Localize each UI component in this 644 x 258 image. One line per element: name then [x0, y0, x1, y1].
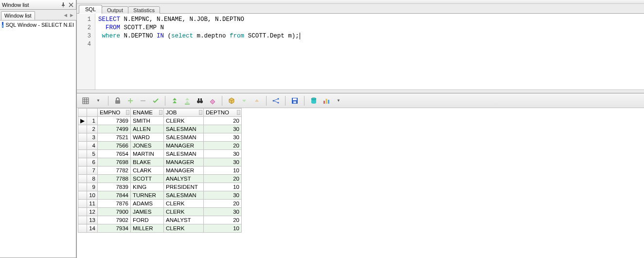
row-number[interactable]: 9: [87, 183, 98, 191]
row-number[interactable]: 3: [87, 133, 98, 142]
row-number[interactable]: 8: [87, 175, 98, 183]
cell-job[interactable]: SALESMAN: [164, 150, 204, 158]
plus-icon[interactable]: [125, 95, 136, 106]
row-number[interactable]: 5: [87, 150, 98, 158]
row-indicator[interactable]: [78, 133, 87, 142]
cell-empno[interactable]: 7839: [98, 183, 131, 191]
cell-job[interactable]: SALESMAN: [164, 191, 204, 200]
cell-deptno[interactable]: 20: [204, 142, 242, 150]
row-number[interactable]: 1: [87, 117, 98, 125]
cell-job[interactable]: MANAGER: [164, 158, 204, 166]
code-line[interactable]: FROM SCOTT.EMP N: [98, 24, 641, 32]
fetch-all-icon[interactable]: [182, 95, 193, 106]
table-row[interactable]: 147934MILLERCLERK10: [78, 224, 242, 233]
cell-ename[interactable]: WARD: [131, 133, 164, 142]
table-row[interactable]: 117876ADAMSCLERK20: [78, 200, 242, 208]
table-row[interactable]: ▶17369SMITHCLERK20: [78, 117, 242, 125]
close-icon[interactable]: [68, 2, 74, 8]
code-line[interactable]: SELECT N.EMPNC, N.ENAME, N.JOB, N.DEPTNO: [98, 16, 641, 24]
cell-deptno[interactable]: 30: [204, 191, 242, 200]
col-header-job[interactable]: JOB: [164, 109, 204, 117]
col-header-empno[interactable]: EMPNO: [98, 109, 131, 117]
up-arrow-icon[interactable]: [251, 95, 262, 106]
table-row[interactable]: 57654MARTINSALESMAN30: [78, 150, 242, 158]
cell-job[interactable]: SALESMAN: [164, 125, 204, 133]
row-number[interactable]: 4: [87, 142, 98, 150]
table-row[interactable]: 137902FORDANALYST20: [78, 216, 242, 224]
cell-ename[interactable]: ALLEN: [131, 125, 164, 133]
row-number[interactable]: 14: [87, 224, 98, 233]
sidebar-tab-windowlist[interactable]: Window list: [1, 11, 35, 20]
row-number[interactable]: 2: [87, 125, 98, 133]
cell-deptno[interactable]: 20: [204, 200, 242, 208]
cell-ename[interactable]: SCOTT: [131, 175, 164, 183]
table-row[interactable]: 47566JONESMANAGER20: [78, 142, 242, 150]
dropdown-icon[interactable]: ▼: [93, 95, 104, 106]
row-indicator[interactable]: [78, 150, 87, 158]
table-row[interactable]: 67698BLAKEMANAGER30: [78, 158, 242, 166]
row-indicator[interactable]: [78, 125, 87, 133]
cell-deptno[interactable]: 10: [204, 166, 242, 175]
cell-ename[interactable]: BLAKE: [131, 158, 164, 166]
cell-empno[interactable]: 7499: [98, 125, 131, 133]
tab-output[interactable]: Output: [102, 6, 128, 14]
nav-next-icon[interactable]: ►: [69, 12, 74, 18]
row-number[interactable]: 10: [87, 191, 98, 200]
lock-icon[interactable]: [112, 95, 123, 106]
cell-ename[interactable]: MARTIN: [131, 150, 164, 158]
table-row[interactable]: 97839KINGPRESIDENT10: [78, 183, 242, 191]
cell-ename[interactable]: ADAMS: [131, 200, 164, 208]
table-row[interactable]: 77782CLARKMANAGER10: [78, 166, 242, 175]
cell-ename[interactable]: JONES: [131, 142, 164, 150]
code-line[interactable]: where N.DEPTNO IN (select m.deptno from …: [98, 32, 641, 40]
col-resize-handle[interactable]: [126, 110, 129, 115]
chart-icon[interactable]: [321, 95, 332, 106]
cell-job[interactable]: CLERK: [164, 224, 204, 233]
cell-empno[interactable]: 7782: [98, 166, 131, 175]
dropdown2-icon[interactable]: ▼: [334, 95, 344, 106]
cell-empno[interactable]: 7844: [98, 191, 131, 200]
cell-empno[interactable]: 7369: [98, 117, 131, 125]
code-area[interactable]: SELECT N.EMPNC, N.ENAME, N.JOB, N.DEPTNO…: [95, 14, 644, 93]
cube-icon[interactable]: [226, 95, 237, 106]
table-row[interactable]: 127900JAMESCLERK30: [78, 208, 242, 216]
table-row[interactable]: 107844TURNERSALESMAN30: [78, 191, 242, 200]
cell-deptno[interactable]: 20: [204, 117, 242, 125]
cell-ename[interactable]: CLARK: [131, 166, 164, 175]
tab-statistics[interactable]: Statistics: [128, 6, 160, 14]
cell-deptno[interactable]: 30: [204, 133, 242, 142]
col-resize-handle[interactable]: [199, 110, 202, 115]
check-icon[interactable]: [150, 95, 161, 106]
cell-job[interactable]: ANALYST: [164, 216, 204, 224]
row-indicator[interactable]: [78, 200, 87, 208]
eraser-icon[interactable]: [207, 95, 218, 106]
grid-format-icon[interactable]: [81, 95, 91, 106]
row-indicator[interactable]: [78, 166, 87, 175]
cell-job[interactable]: CLERK: [164, 208, 204, 216]
table-row[interactable]: 37521WARDSALESMAN30: [78, 133, 242, 142]
tab-sql[interactable]: SQL: [79, 5, 102, 14]
cell-job[interactable]: PRESIDENT: [164, 183, 204, 191]
down-arrow-icon[interactable]: [239, 95, 250, 106]
col-header-deptno[interactable]: DEPTNO: [204, 109, 242, 117]
cell-ename[interactable]: TURNER: [131, 191, 164, 200]
row-indicator[interactable]: [78, 158, 87, 166]
pin-icon[interactable]: [60, 2, 66, 8]
row-indicator[interactable]: [78, 183, 87, 191]
row-number[interactable]: 7: [87, 166, 98, 175]
cell-deptno[interactable]: 20: [204, 216, 242, 224]
code-line[interactable]: [98, 40, 641, 49]
table-row[interactable]: 87788SCOTTANALYST20: [78, 175, 242, 183]
cell-ename[interactable]: MILLER: [131, 224, 164, 233]
sql-editor[interactable]: 1234 SELECT N.EMPNC, N.ENAME, N.JOB, N.D…: [77, 14, 644, 93]
cell-deptno[interactable]: 10: [204, 183, 242, 191]
link-icon[interactable]: [270, 95, 281, 106]
cell-job[interactable]: CLERK: [164, 200, 204, 208]
table-row[interactable]: 27499ALLENSALESMAN30: [78, 125, 242, 133]
row-number[interactable]: 13: [87, 216, 98, 224]
tree-item-sqlwindow[interactable]: SQL Window - SELECT N.EI: [1, 21, 75, 28]
row-indicator[interactable]: [78, 216, 87, 224]
row-indicator[interactable]: [78, 224, 87, 233]
cell-empno[interactable]: 7934: [98, 224, 131, 233]
fetch-next-icon[interactable]: [169, 95, 180, 106]
